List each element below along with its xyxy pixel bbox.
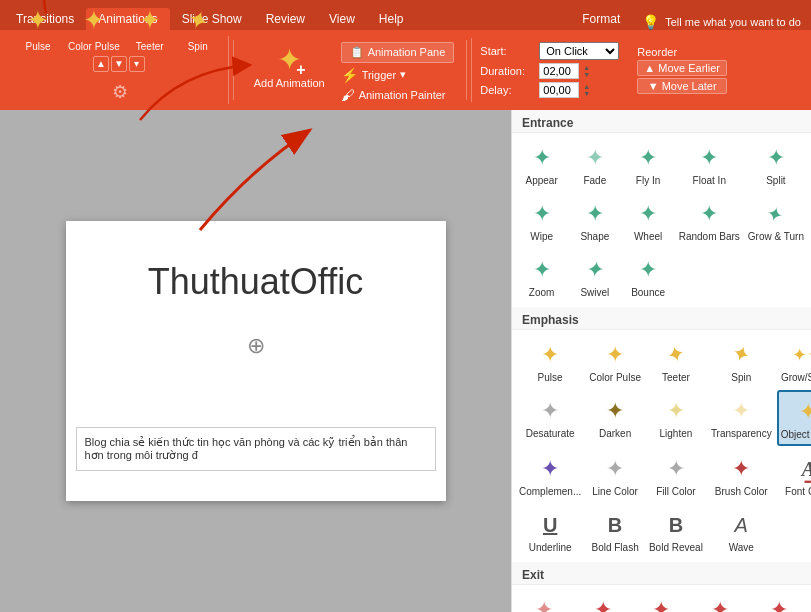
delay-input[interactable] [539,82,579,98]
timing-section: Start: On Click Duration: ▲ ▼ Delay: [471,38,627,102]
exit-section-title: Exit [512,562,811,585]
animation-pane-btn[interactable]: 📋 Animation Pane [341,42,455,63]
tab-format[interactable]: Format [570,8,632,30]
ribbon: Transitions Animations Slide Show Review… [0,0,811,110]
duration-down[interactable]: ▼ [583,71,590,78]
anim-underline[interactable]: U Underline [516,504,584,558]
anim-desaturate[interactable]: ✦ Desaturate [516,390,584,446]
anim-object-color[interactable]: ✦ Object Color [777,390,811,446]
trigger-btn[interactable]: ⚡ Trigger ▾ [341,67,455,83]
move-later-btn[interactable]: ▼ Move Later [637,78,727,94]
duration-label: Duration: [480,65,535,77]
anim-shape[interactable]: ✦ Shape [569,193,620,247]
delay-down[interactable]: ▼ [583,90,590,97]
anim-float-out[interactable]: ✦ Float Out [692,589,749,612]
tell-me-text[interactable]: Tell me what you want to do [665,16,801,28]
anim-teeter-panel[interactable]: ✦ Teeter [646,334,706,388]
exit-grid: ✦ Disappear ✦ Fade ✦ Fly Out ✦ Float Out… [512,585,811,612]
emphasis-section-title: Emphasis [512,307,811,330]
anim-spin-panel[interactable]: ✦ Spin [708,334,775,388]
anim-pulse[interactable]: ✦ Pulse [516,334,584,388]
anim-pulse[interactable]: ✦ Pulse [16,1,60,54]
animation-panel: Entrance ✦ Appear ✦ Fade ✦ Fly In ✦ Floa… [511,110,811,612]
anim-font-color[interactable]: A ▬ Font Color [777,448,811,502]
anim-bold-reveal[interactable]: B Bold Reveal [646,504,706,558]
target-icon: ⊕ [247,333,265,359]
scroll-up-btn[interactable]: ▲ [93,56,109,72]
tab-help[interactable]: Help [367,8,416,30]
anim-fly-in[interactable]: ✦ Fly In [622,137,673,191]
trigger-dropdown-icon: ▾ [400,68,406,81]
anim-darken[interactable]: ✦ Darken [586,390,644,446]
anim-bold-flash[interactable]: B Bold Flash [586,504,644,558]
anim-disappear[interactable]: ✦ Disappear [516,589,573,612]
anim-line-color[interactable]: ✦ Line Color [586,448,644,502]
anim-fade-exit[interactable]: ✦ Fade [575,589,632,612]
scroll-more-btn[interactable]: ▾ [129,56,145,72]
anim-swivel[interactable]: ✦ Swivel [569,249,620,303]
anim-spin[interactable]: ✦ Spin [176,1,220,54]
anim-fade[interactable]: ✦ Fade [569,137,620,191]
slide-area: ThuthuatOffic ⊕ Blog chia sẻ kiến thức t… [0,110,511,612]
entrance-section-title: Entrance [512,110,811,133]
anim-fill-color[interactable]: ✦ Fill Color [646,448,706,502]
tab-review[interactable]: Review [254,8,317,30]
main-area: ThuthuatOffic ⊕ Blog chia sẻ kiến thức t… [0,110,811,612]
slide-title: ThuthuatOffic [148,261,363,303]
reorder-section: Reorder ▲ Move Earlier ▼ Move Later [631,46,733,94]
scroll-down-btn[interactable]: ▼ [111,56,127,72]
anim-appear[interactable]: ✦ Appear [516,137,567,191]
reorder-label: Reorder [637,46,727,58]
duration-up[interactable]: ▲ [583,64,590,71]
slide-body-text: Blog chia sẻ kiến thức tin học văn phòng… [85,436,408,461]
pane-icon: 📋 [350,46,364,59]
animation-group: ✦ Pulse ✦ [8,36,229,104]
anim-grow-shrink[interactable]: ✦✦ Grow/Shrink [777,334,811,388]
start-dropdown[interactable]: On Click [539,42,619,60]
trigger-icon: ⚡ [341,67,358,83]
anim-bounce[interactable]: ✦ Bounce [622,249,673,303]
delay-up[interactable]: ▲ [583,83,590,90]
anim-complement[interactable]: ✦ Complemen... [516,448,584,502]
duration-input[interactable] [539,63,579,79]
anim-split-exit[interactable]: ✦ Split [750,589,807,612]
anim-wipe[interactable]: ✦ Wipe [516,193,567,247]
slide-text-box[interactable]: Blog chia sẻ kiến thức tin học văn phòng… [76,427,436,471]
anim-lighten[interactable]: ✦ Lighten [646,390,706,446]
anim-float-in[interactable]: ✦ Float In [676,137,743,191]
anim-teeter[interactable]: ✦ Teeter [128,1,172,54]
anim-color-pulse-panel[interactable]: ✦ Color Pulse [586,334,644,388]
start-label: Start: [480,45,535,57]
emphasis-grid: ✦ Pulse ✦ Color Pulse ✦ Teeter ✦ Spin ✦✦… [512,330,811,562]
animation-painter-btn[interactable]: 🖌 Animation Painter [341,87,455,103]
anim-split-entrance[interactable]: ✦ Split [745,137,807,191]
anim-random-bars[interactable]: ✦ Random Bars [676,193,743,247]
slide: ThuthuatOffic ⊕ Blog chia sẻ kiến thức t… [66,221,446,501]
anim-wheel[interactable]: ✦ Wheel [622,193,673,247]
add-animation-btn[interactable]: ✦ + Add Animation [246,38,333,93]
anim-zoom[interactable]: ✦ Zoom [516,249,567,303]
anim-fly-out[interactable]: ✦ Fly Out [633,589,690,612]
anim-brush-color[interactable]: ✦ Brush Color [708,448,775,502]
lightbulb-icon: 💡 [642,14,659,30]
anim-grow-turn[interactable]: ✦ Grow & Turn [745,193,807,247]
anim-color-pulse[interactable]: ✦ Color Pulse [64,1,124,54]
anim-transparency[interactable]: ✦ Transparency [708,390,775,446]
ribbon-content: ✦ Pulse ✦ [0,30,811,110]
tab-view[interactable]: View [317,8,367,30]
anim-wave[interactable]: A Wave [708,504,775,558]
painter-icon: 🖌 [341,87,355,103]
move-earlier-btn[interactable]: ▲ Move Earlier [637,60,727,76]
delay-label: Delay: [480,84,535,96]
entrance-grid: ✦ Appear ✦ Fade ✦ Fly In ✦ Float In ✦ Sp… [512,133,811,307]
